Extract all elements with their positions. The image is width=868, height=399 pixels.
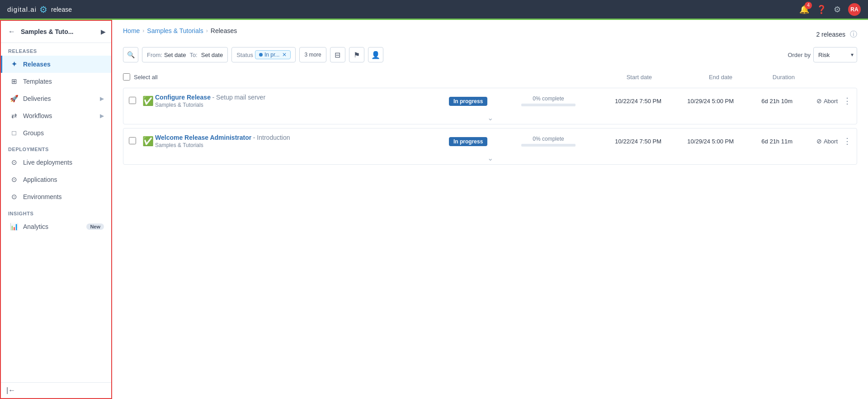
release-1-check[interactable] xyxy=(129,97,142,105)
sidebar-item-workflows[interactable]: ⇄ Workflows ▶ xyxy=(1,107,111,124)
breadcrumb-home[interactable]: Home xyxy=(123,27,140,34)
sidebar-item-environments-label: Environments xyxy=(23,193,104,200)
sidebar-item-workflows-label: Workflows xyxy=(23,112,95,119)
breadcrumb-sep-1: › xyxy=(142,28,144,34)
card-view-button[interactable]: ⊟ xyxy=(330,47,345,62)
sidebar-back-button[interactable]: ← xyxy=(6,26,17,37)
release-2-expand-button[interactable]: ⌄ xyxy=(487,154,493,162)
release-1-status-icon: ✅ xyxy=(142,95,155,106)
sidebar-item-groups[interactable]: □ Groups xyxy=(1,124,111,141)
notification-icon[interactable]: 🔔 4 xyxy=(799,5,809,14)
sidebar-item-templates[interactable]: ⊞ Templates xyxy=(1,73,111,90)
section-deployments-label: DEPLOYMENTS xyxy=(1,141,111,154)
status-chip[interactable]: In pr... ✕ xyxy=(255,50,291,59)
content-area: Home › Samples & Tutorials › Releases 2 … xyxy=(112,20,868,399)
release-2-folder: Samples & Tutorials xyxy=(155,142,449,148)
releases-icon: ✦ xyxy=(9,60,19,68)
date-from-filter[interactable]: From: Set date To: Set date xyxy=(142,47,228,62)
release-1-start-date: 10/22/24 7:50 PM xyxy=(589,98,661,104)
release-1-expand-button[interactable]: ⌄ xyxy=(487,114,493,122)
notification-badge: 4 xyxy=(805,2,812,9)
from-label: From: xyxy=(147,52,162,58)
release-2-abort-circle-icon: ⊘ xyxy=(816,138,822,145)
select-all-checkbox[interactable] xyxy=(123,73,130,81)
navbar-right: 🔔 4 ❓ ⚙ RA xyxy=(799,3,861,16)
help-circle-icon[interactable]: ⓘ xyxy=(850,30,857,39)
sidebar-item-environments[interactable]: ⊙ Environments xyxy=(1,188,111,205)
groups-icon: □ xyxy=(9,129,19,137)
help-icon[interactable]: ❓ xyxy=(816,5,826,14)
date-range-separator: To: xyxy=(189,52,197,58)
sidebar-item-releases[interactable]: ✦ Releases xyxy=(1,56,111,73)
status-filter[interactable]: Status In pr... ✕ xyxy=(231,47,296,62)
sidebar-item-live-deployments[interactable]: ⊙ Live deployments xyxy=(1,154,111,171)
abort-circle-icon: ⊘ xyxy=(816,97,822,104)
deliveries-arrow-icon: ▶ xyxy=(100,95,104,102)
sidebar-item-applications[interactable]: ⊙ Applications xyxy=(1,171,111,188)
release-2-abort-button[interactable]: ⊘ Abort xyxy=(793,138,838,145)
product-name: release xyxy=(51,6,72,13)
sidebar-item-groups-label: Groups xyxy=(23,129,104,137)
templates-icon: ⊞ xyxy=(9,77,19,86)
release-2-check[interactable] xyxy=(129,137,142,146)
release-2-expand: ⌄ xyxy=(123,154,857,164)
sidebar-item-live-deployments-label: Live deployments xyxy=(23,159,104,166)
settings-icon[interactable]: ⚙ xyxy=(834,5,841,14)
section-insights-label: INSIGHTS xyxy=(1,205,111,218)
chip-close-icon[interactable]: ✕ xyxy=(282,52,287,58)
sidebar-title: Samples & Tuto... xyxy=(21,28,97,35)
breadcrumb-sep-2: › xyxy=(206,28,208,34)
release-row-2: ✅ Welcome Release Administrator - Introd… xyxy=(123,128,857,165)
sidebar-item-templates-label: Templates xyxy=(23,78,104,85)
release-2-more-button[interactable]: ⋮ xyxy=(838,136,851,146)
order-select[interactable]: Risk Start date End date Name xyxy=(813,47,857,62)
release-1-abort-button[interactable]: ⊘ Abort xyxy=(793,97,838,104)
avatar[interactable]: RA xyxy=(848,3,861,16)
user-filter-button[interactable]: 👤 xyxy=(368,47,383,62)
release-2-name[interactable]: Welcome Release Administrator - Introduc… xyxy=(155,134,449,141)
analytics-icon: 📊 xyxy=(9,223,19,231)
sidebar-item-analytics[interactable]: 📊 Analytics New xyxy=(1,218,111,235)
workflows-arrow-icon: ▶ xyxy=(100,113,104,119)
breadcrumb-current: Releases xyxy=(211,27,237,34)
navbar-left: digital.ai ⚙ release xyxy=(7,4,72,15)
flag-view-button[interactable]: ⚑ xyxy=(349,47,364,62)
sidebar: ← Samples & Tuto... ▶ RELEASES ✦ Release… xyxy=(0,20,112,399)
workflows-icon: ⇄ xyxy=(9,112,19,120)
select-all-label: Select all xyxy=(134,74,158,81)
sidebar-expand-button[interactable]: ▶ xyxy=(101,28,106,35)
releases-list: ✅ Configure Release - Setup mail server … xyxy=(123,88,857,165)
col-end-date: End date xyxy=(656,74,732,81)
release-row-main-1: ✅ Configure Release - Setup mail server … xyxy=(123,88,857,114)
analytics-new-badge: New xyxy=(86,223,104,230)
sidebar-item-applications-label: Applications xyxy=(23,176,104,183)
release-2-abort-label: Abort xyxy=(824,138,838,145)
release-2-status-icon: ✅ xyxy=(142,136,155,147)
status-label: Status xyxy=(236,52,253,58)
release-2-progress-text: 0% complete xyxy=(508,136,589,142)
release-1-progress-text: 0% complete xyxy=(508,95,589,102)
order-select-wrapper: Risk Start date End date Name xyxy=(813,47,857,62)
release-1-name[interactable]: Configure Release - Setup mail server xyxy=(155,94,449,101)
sidebar-item-releases-label: Releases xyxy=(23,61,104,68)
release-1-status-badge-wrapper: In progress xyxy=(449,98,508,104)
release-1-folder: Samples & Tutorials xyxy=(155,102,449,108)
sidebar-header: ← Samples & Tuto... ▶ xyxy=(1,21,111,43)
sidebar-item-deliveries[interactable]: 🚀 Deliveries ▶ xyxy=(1,90,111,107)
sidebar-collapse-button[interactable]: |← xyxy=(6,386,15,394)
deliveries-icon: 🚀 xyxy=(9,95,19,103)
filter-bar: 🔍 From: Set date To: Set date Status In … xyxy=(123,47,857,62)
section-releases-label: RELEASES xyxy=(1,43,111,56)
release-1-title-section: Configure Release - Setup mail server Sa… xyxy=(155,94,449,108)
sidebar-footer: |← xyxy=(1,382,111,398)
search-button[interactable]: 🔍 xyxy=(123,47,138,62)
release-1-more-button[interactable]: ⋮ xyxy=(838,96,851,106)
navbar: digital.ai ⚙ release 🔔 4 ❓ ⚙ RA xyxy=(0,0,868,20)
more-filters-button[interactable]: 3 more xyxy=(299,47,326,62)
navbar-logo: digital.ai ⚙ release xyxy=(7,4,72,15)
breadcrumb-section[interactable]: Samples & Tutorials xyxy=(147,27,203,34)
release-row-main-2: ✅ Welcome Release Administrator - Introd… xyxy=(123,128,857,154)
release-2-status-badge: In progress xyxy=(449,137,487,146)
from-value: Set date xyxy=(164,52,186,58)
release-1-abort-label: Abort xyxy=(824,98,838,104)
